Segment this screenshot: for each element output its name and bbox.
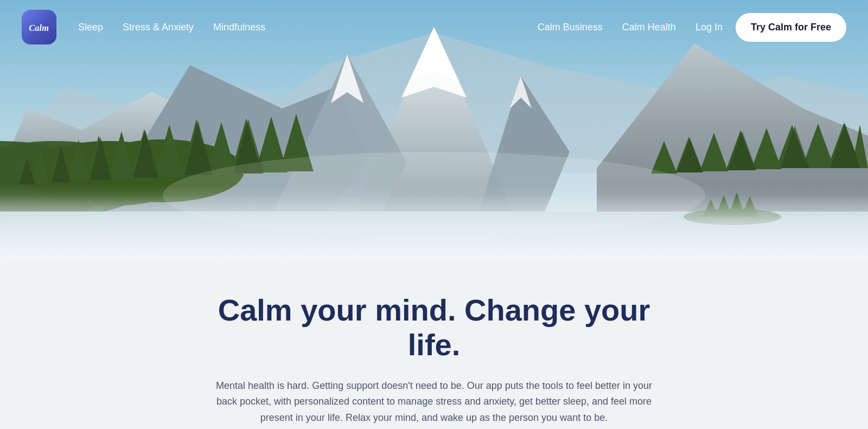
nav-stress-anxiety[interactable]: Stress & Anxiety — [123, 22, 194, 33]
main-body-text: Mental health is hard. Getting support d… — [212, 378, 656, 426]
nav-links-left: Sleep Stress & Anxiety Mindfulness — [78, 22, 538, 33]
nav-calm-health[interactable]: Calm Health — [622, 22, 676, 33]
nav-links-right: Calm Business Calm Health Log In — [538, 22, 723, 33]
hero-fog-overlay — [0, 195, 868, 260]
nav-cta-button[interactable]: Try Calm for Free — [736, 13, 846, 42]
content-section: Calm your mind. Change your life. Mental… — [0, 260, 868, 429]
nav-calm-business[interactable]: Calm Business — [538, 22, 603, 33]
nav-sleep[interactable]: Sleep — [78, 22, 103, 33]
calm-logo[interactable]: Calm — [22, 10, 56, 44]
navbar: Calm Sleep Stress & Anxiety Mindfulness … — [0, 0, 868, 54]
main-heading: Calm your mind. Change your life. — [190, 293, 678, 363]
nav-mindfulness[interactable]: Mindfulness — [213, 22, 265, 33]
svg-text:Calm: Calm — [29, 23, 49, 33]
nav-log-in[interactable]: Log In — [695, 22, 723, 33]
